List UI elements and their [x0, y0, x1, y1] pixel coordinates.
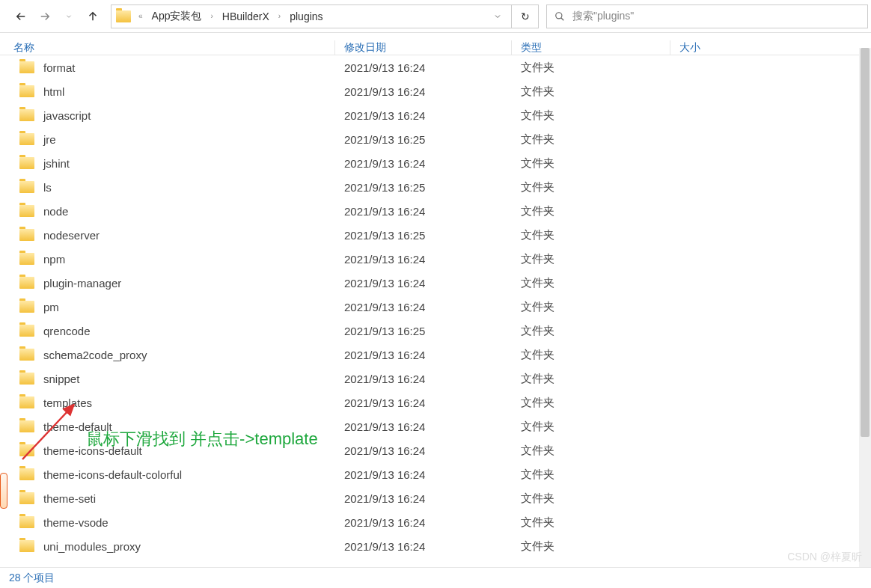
file-row[interactable]: plugin-manager2021/9/13 16:24文件夹	[0, 271, 871, 295]
cell-type: 文件夹	[512, 204, 670, 218]
back-button[interactable]	[10, 6, 31, 27]
folder-icon	[116, 10, 131, 22]
header-type[interactable]: 类型	[512, 40, 670, 55]
side-widget	[0, 473, 7, 509]
file-list[interactable]: format2021/9/13 16:24文件夹html2021/9/13 16…	[0, 55, 871, 557]
cell-name: qrencode	[0, 325, 335, 337]
cell-name: uni_modules_proxy	[0, 540, 335, 553]
address-bar[interactable]: « App安装包 › HBuilderX › plugins	[111, 4, 512, 28]
folder-icon	[19, 301, 34, 313]
status-bar: 28 个项目	[0, 567, 871, 588]
file-row[interactable]: pm2021/9/13 16:24文件夹	[0, 295, 871, 319]
recent-dropdown[interactable]	[58, 6, 79, 27]
cell-name: npm	[0, 253, 335, 266]
up-button[interactable]	[82, 6, 103, 27]
file-row[interactable]: ls2021/9/13 16:25文件夹	[0, 175, 871, 199]
cell-name: theme-icons-default	[0, 444, 335, 457]
file-row[interactable]: theme-icons-default2021/9/13 16:24文件夹	[0, 438, 871, 462]
cell-date: 2021/9/13 16:24	[335, 61, 512, 74]
cell-date: 2021/9/13 16:24	[335, 396, 512, 409]
cell-type: 文件夹	[512, 300, 670, 314]
file-row[interactable]: html2021/9/13 16:24文件夹	[0, 79, 871, 103]
search-box[interactable]: 搜索"plugins"	[546, 4, 868, 28]
file-name: nodeserver	[43, 229, 100, 242]
cell-name: format	[0, 61, 335, 74]
file-row[interactable]: qrencode2021/9/13 16:25文件夹	[0, 319, 871, 343]
scrollbar-thumb[interactable]	[861, 48, 870, 437]
folder-icon	[19, 229, 34, 241]
file-row[interactable]: theme-vsode2021/9/13 16:24文件夹	[0, 510, 871, 534]
cell-type: 文件夹	[512, 444, 670, 458]
cell-date: 2021/9/13 16:24	[335, 301, 512, 313]
cell-date: 2021/9/13 16:24	[335, 349, 512, 361]
cell-type: 文件夹	[512, 491, 670, 506]
file-row[interactable]: theme-seti2021/9/13 16:24文件夹	[0, 486, 871, 510]
cell-name: node	[0, 205, 335, 218]
cell-date: 2021/9/13 16:24	[335, 492, 512, 505]
cell-name: templates	[0, 396, 335, 409]
file-row[interactable]: javascript2021/9/13 16:24文件夹	[0, 103, 871, 127]
cell-type: 文件夹	[512, 515, 670, 530]
scrollbar-track[interactable]	[859, 48, 871, 567]
file-row[interactable]: templates2021/9/13 16:24文件夹	[0, 391, 871, 414]
file-name: html	[43, 85, 64, 98]
file-name: jshint	[43, 157, 70, 170]
cell-name: theme-seti	[0, 492, 335, 505]
cell-name: plugin-manager	[0, 277, 335, 290]
breadcrumb-item[interactable]: plugins	[287, 9, 326, 24]
file-row[interactable]: jre2021/9/13 16:25文件夹	[0, 127, 871, 151]
cell-name: nodeserver	[0, 229, 335, 242]
cell-name: html	[0, 85, 335, 98]
file-name: qrencode	[43, 325, 91, 337]
cell-date: 2021/9/13 16:24	[335, 444, 512, 457]
breadcrumb-overflow[interactable]: «	[134, 12, 147, 20]
file-name: theme-vsode	[43, 516, 109, 529]
cell-name: jre	[0, 133, 335, 146]
file-row[interactable]: npm2021/9/13 16:24文件夹	[0, 247, 871, 271]
file-row[interactable]: schema2code_proxy2021/9/13 16:24文件夹	[0, 343, 871, 367]
file-row[interactable]: jshint2021/9/13 16:24文件夹	[0, 151, 871, 175]
cell-type: 文件夹	[512, 228, 670, 242]
breadcrumb: « App安装包 › HBuilderX › plugins	[134, 8, 326, 25]
file-row[interactable]: snippet2021/9/13 16:24文件夹	[0, 367, 871, 391]
search-placeholder: 搜索"plugins"	[572, 10, 860, 23]
folder-icon	[19, 492, 34, 504]
breadcrumb-item[interactable]: HBuilderX	[219, 9, 272, 24]
header-size[interactable]: 大小	[670, 40, 820, 55]
cell-date: 2021/9/13 16:24	[335, 205, 512, 218]
cell-name: theme-default	[0, 420, 335, 433]
folder-icon	[19, 205, 34, 217]
address-dropdown[interactable]	[489, 12, 507, 21]
folder-icon	[19, 516, 34, 528]
file-name: theme-icons-default-colorful	[43, 468, 182, 481]
forward-button[interactable]	[34, 6, 55, 27]
refresh-button[interactable]: ↻	[512, 4, 539, 28]
cell-date: 2021/9/13 16:24	[335, 540, 512, 553]
breadcrumb-item[interactable]: App安装包	[149, 8, 205, 25]
file-name: snippet	[43, 373, 79, 385]
cell-date: 2021/9/13 16:24	[335, 373, 512, 385]
file-row[interactable]: theme-icons-default-colorful2021/9/13 16…	[0, 462, 871, 486]
cell-type: 文件夹	[512, 396, 670, 410]
header-date[interactable]: 修改日期	[335, 40, 512, 55]
file-row[interactable]: node2021/9/13 16:24文件夹	[0, 199, 871, 223]
cell-type: 文件夹	[512, 324, 670, 338]
file-name: pm	[43, 301, 59, 313]
cell-date: 2021/9/13 16:25	[335, 229, 512, 242]
folder-icon	[19, 444, 34, 456]
folder-icon	[19, 181, 34, 193]
header-name[interactable]: 名称	[0, 40, 335, 55]
cell-type: 文件夹	[512, 156, 670, 171]
cell-date: 2021/9/13 16:24	[335, 277, 512, 290]
file-row[interactable]: uni_modules_proxy2021/9/13 16:24文件夹	[0, 534, 871, 557]
cell-date: 2021/9/13 16:24	[335, 468, 512, 481]
cell-name: theme-vsode	[0, 516, 335, 529]
toolbar: « App安装包 › HBuilderX › plugins ↻ 搜索"plug…	[0, 0, 871, 33]
file-row[interactable]: format2021/9/13 16:24文件夹	[0, 55, 871, 79]
folder-icon	[19, 540, 34, 552]
folder-icon	[19, 61, 34, 73]
folder-icon	[19, 253, 34, 265]
file-row[interactable]: nodeserver2021/9/13 16:25文件夹	[0, 223, 871, 247]
cell-type: 文件夹	[512, 132, 670, 147]
file-row[interactable]: theme-default2021/9/13 16:24文件夹	[0, 414, 871, 438]
